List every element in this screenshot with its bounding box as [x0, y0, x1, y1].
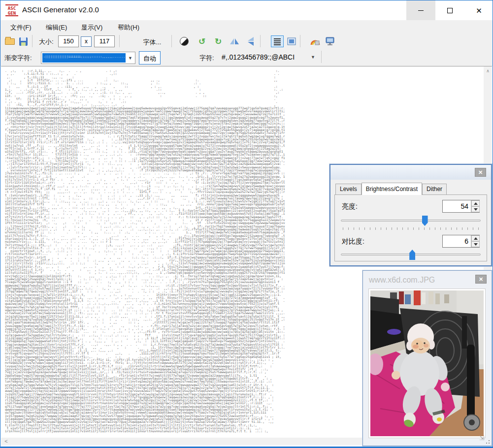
flip-horizontal-icon [230, 37, 239, 45]
resize-grip[interactable] [484, 438, 490, 444]
auto-button[interactable]: 自动 [139, 51, 161, 64]
contrast-label: 对比度: [342, 237, 364, 246]
contrast-slider-thumb[interactable] [409, 250, 415, 260]
toolbar-separator [32, 35, 33, 47]
scroll-up-arrow[interactable]: ∧ [484, 66, 492, 75]
photo-frame [368, 288, 486, 438]
rainbow-palette-icon [310, 37, 320, 46]
spin-down-button[interactable] [471, 241, 480, 247]
size-x-label: x [81, 36, 92, 47]
size-label: 大小: [39, 37, 54, 46]
brightness-value: 54 [460, 202, 468, 210]
monitor-icon [325, 37, 335, 46]
minimize-button[interactable] [406, 0, 435, 20]
contrast-slider[interactable] [341, 254, 481, 256]
open-folder-icon [5, 38, 15, 45]
source-image-title: www.x6d.com.JPG [369, 276, 435, 285]
scroll-left-arrow[interactable]: < [2, 438, 10, 445]
menu-edit[interactable]: 编辑(E) [43, 22, 70, 33]
contrast-spinner[interactable]: 6 [442, 235, 480, 248]
ascii-art: . ,:, : ::r.1,1i,. ,. :,. . . , . : ,: :… [5, 69, 288, 433]
toolbar-separator [321, 51, 322, 63]
close-icon: ✕ [476, 7, 482, 14]
height-input[interactable]: 117 [94, 35, 115, 47]
view-text-button[interactable] [271, 35, 284, 47]
app-window: ASC GEN ASCII Generator v2.0.0 ✕ 文件(F) 编… [0, 0, 493, 448]
spinner-buttons [471, 235, 479, 247]
app-icon-text-1: ASC [5, 6, 18, 11]
triangle-down-icon [474, 208, 478, 211]
spin-up-button[interactable] [471, 200, 480, 206]
rotate-ccw-icon: ↺ [198, 37, 205, 46]
brightness-contrast-page: 亮度: 54 对比度: 6 [334, 194, 487, 261]
rotate-cw-icon: ↻ [215, 37, 222, 46]
minimize-icon [418, 10, 424, 11]
rotate-cw-button[interactable]: ↻ [212, 35, 225, 47]
triangle-up-icon [474, 237, 478, 240]
brightness-slider[interactable] [341, 220, 481, 222]
adjust-panel: ✕ Levels Brightness/Contrast Dither 亮度: … [329, 164, 492, 266]
open-file-button[interactable] [3, 35, 16, 47]
view-image-button[interactable] [285, 35, 298, 47]
charset-combobox[interactable]: #,.0123456789:;@ABCI ▼ [222, 52, 315, 64]
brightness-spinner[interactable]: 54 [442, 200, 480, 213]
source-image-panel: www.x6d.com.JPG ✕ [362, 270, 492, 446]
menu-help[interactable]: 帮助(H) [115, 22, 142, 33]
spinner-buttons [471, 200, 479, 212]
font-button[interactable]: 字体... [137, 35, 167, 48]
colors-button[interactable] [309, 35, 322, 47]
preview-photo [370, 290, 484, 436]
toolbar-separator [171, 35, 172, 47]
spin-down-button[interactable] [471, 206, 480, 212]
chevron-down-icon[interactable]: ▼ [126, 53, 134, 63]
adjust-tabs: Levels Brightness/Contrast Dither [335, 183, 447, 194]
flip-vertical-button[interactable] [244, 35, 257, 47]
brightness-label: 亮度: [342, 202, 358, 211]
flip-horizontal-button[interactable] [228, 35, 241, 47]
invert-icon [180, 37, 189, 46]
save-floppy-icon [19, 37, 28, 46]
charset-label: 字符: [199, 54, 214, 63]
contrast-value: 6 [464, 237, 468, 245]
rotate-ccw-button[interactable]: ↺ [196, 35, 208, 47]
tab-levels[interactable]: Levels [335, 184, 362, 194]
adjust-panel-titlebar[interactable] [330, 165, 491, 180]
adjust-panel-close-button[interactable]: ✕ [475, 168, 486, 177]
gradient-chars-label: 渐变字符: [4, 54, 32, 63]
chevron-down-icon[interactable]: ▼ [311, 55, 315, 60]
tab-dither[interactable]: Dither [422, 184, 447, 194]
toolbar-separator [260, 35, 261, 47]
title-bar[interactable]: ASC GEN ASCII Generator v2.0.0 ✕ [0, 0, 493, 20]
tab-brightness-contrast[interactable]: Brightness/Contrast [362, 183, 422, 195]
image-panel-close-button[interactable]: ✕ [475, 275, 487, 284]
flip-vertical-icon [247, 36, 255, 46]
brightness-slider-thumb[interactable] [422, 216, 428, 226]
charset-value: #,.0123456789:;@ABCI [222, 53, 295, 61]
text-lines-icon [273, 37, 281, 45]
triangle-down-icon [474, 243, 478, 246]
maximize-icon [447, 8, 453, 13]
window-title: ASCII Generator v2.0.0 [22, 5, 99, 14]
toolbar-separator [119, 35, 120, 47]
width-input[interactable]: 150 [58, 35, 79, 47]
app-icon-text-2: GEN [5, 11, 18, 16]
menu-file[interactable]: 文件(F) [7, 22, 34, 33]
app-icon: ASC GEN [5, 4, 18, 16]
maximize-button[interactable] [435, 0, 464, 20]
close-button[interactable]: ✕ [464, 0, 493, 20]
toolbar-characters: 渐变字符: :|||||||||||||iiiiiii;;;;;;::::::,… [0, 50, 493, 66]
triangle-up-icon [474, 202, 478, 205]
brightness-slider-ticks [343, 227, 479, 230]
gradient-chars-selection: :|||||||||||||iiiiiii;;;;;;::::::,,,,,,.… [42, 53, 126, 63]
toolbar-separator [300, 35, 300, 47]
monitor-preview-button[interactable] [324, 35, 336, 47]
menu-bar: 文件(F) 编辑(E) 显示(V) 帮助(H) [0, 20, 493, 33]
image-frame-icon [287, 37, 296, 45]
menu-view[interactable]: 显示(V) [78, 22, 105, 33]
invert-colors-button[interactable] [178, 35, 191, 47]
gradient-chars-combobox[interactable]: :|||||||||||||iiiiiii;;;;;;::::::,,,,,,.… [41, 52, 135, 64]
spin-up-button[interactable] [471, 235, 480, 241]
save-button[interactable] [17, 35, 30, 47]
toolbar-main: 大小: 150 x 117 字体... ↺ ↻ [0, 33, 493, 50]
